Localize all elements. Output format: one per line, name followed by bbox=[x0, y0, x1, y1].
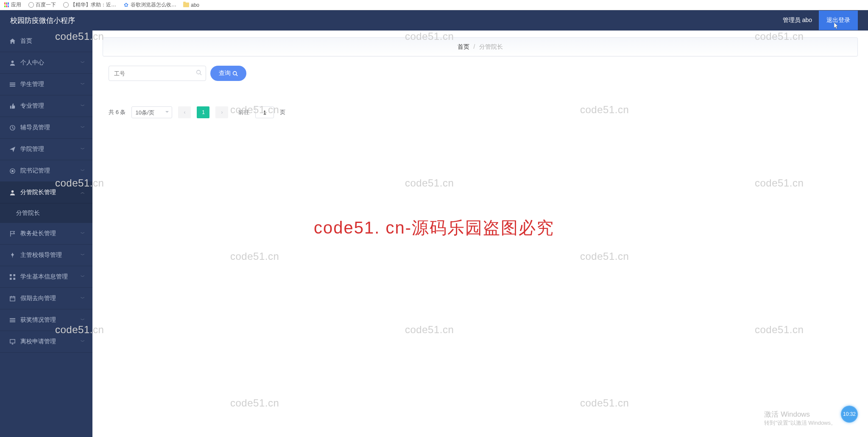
grid-icon bbox=[8, 274, 16, 280]
main-content: 首页 / 分管院长 查询 共 6 条 10条/页 ‹ 1 › 前往 bbox=[92, 31, 868, 437]
query-button[interactable]: 查询 bbox=[210, 66, 246, 81]
admin-label: 管理员 abo bbox=[783, 17, 812, 24]
bookmark-label: 【精华】求助：近… bbox=[70, 1, 116, 8]
sidebar-item-label: 获奖情况管理 bbox=[20, 316, 56, 324]
svg-rect-15 bbox=[9, 321, 15, 322]
svg-rect-16 bbox=[10, 339, 14, 342]
user-icon bbox=[8, 189, 16, 196]
bookmark-label: 百度一下 bbox=[36, 1, 56, 8]
apps-icon bbox=[3, 2, 9, 8]
next-page-button[interactable]: › bbox=[215, 106, 228, 118]
goto-page-input[interactable] bbox=[255, 106, 274, 118]
sidebar-item-awards[interactable]: 获奖情况管理 ﹀ bbox=[0, 309, 92, 331]
send-icon bbox=[8, 146, 16, 153]
bookmark-item[interactable]: 【精华】求助：近… bbox=[63, 1, 116, 8]
breadcrumb-home[interactable]: 首页 bbox=[458, 43, 469, 50]
sidebar-subitem-vice-dean[interactable]: 分管院长 bbox=[0, 203, 92, 223]
sidebar-item-secretary[interactable]: 院书记管理 ﹀ bbox=[0, 160, 92, 182]
chevron-down-icon: ﹀ bbox=[81, 81, 85, 87]
chevron-down-icon: ﹀ bbox=[81, 317, 85, 323]
sidebar-item-college[interactable]: 学院管理 ﹀ bbox=[0, 139, 92, 160]
folder-icon bbox=[183, 2, 189, 8]
bookmark-item[interactable]: 百度一下 bbox=[28, 1, 56, 8]
search-row: 查询 bbox=[103, 66, 858, 81]
chevron-up-icon: ︿ bbox=[81, 189, 85, 195]
chevron-down-icon: ﹀ bbox=[81, 168, 85, 174]
sidebar-item-label: 分管院长管理 bbox=[20, 189, 56, 196]
svg-point-18 bbox=[233, 71, 237, 75]
sidebar-item-label: 学生管理 bbox=[20, 81, 44, 88]
sidebar-item-profile[interactable]: 个人中心 ﹀ bbox=[0, 52, 92, 74]
sidebar-item-label: 离校申请管理 bbox=[20, 338, 56, 345]
breadcrumb-separator: / bbox=[474, 43, 475, 50]
thumb-icon bbox=[8, 103, 16, 109]
sidebar-item-label: 主管校领导管理 bbox=[20, 251, 62, 259]
page-size-select-wrap: 10条/页 bbox=[131, 106, 172, 118]
logout-button[interactable]: 退出登录 bbox=[819, 11, 858, 30]
chevron-down-icon: ﹀ bbox=[81, 231, 85, 237]
svg-rect-8 bbox=[9, 274, 11, 276]
page-size-select[interactable]: 10条/页 bbox=[131, 106, 172, 118]
page-number-button[interactable]: 1 bbox=[197, 106, 209, 118]
svg-point-7 bbox=[11, 190, 14, 192]
globe-icon bbox=[28, 2, 34, 8]
calendar-icon bbox=[8, 295, 16, 302]
svg-point-0 bbox=[11, 60, 14, 63]
svg-rect-10 bbox=[9, 278, 11, 280]
list-icon bbox=[8, 81, 16, 88]
sidebar-item-students[interactable]: 学生管理 ﹀ bbox=[0, 74, 92, 95]
user-icon bbox=[8, 60, 16, 66]
target-icon bbox=[8, 168, 16, 174]
sidebar-item-home[interactable]: 首页 bbox=[0, 31, 92, 52]
sidebar-item-student-info[interactable]: 学生基本信息管理 ﹀ bbox=[0, 266, 92, 288]
bookmark-label: 应用 bbox=[11, 1, 21, 8]
bookmark-label: abo bbox=[191, 2, 199, 8]
search-icon bbox=[232, 71, 238, 76]
chevron-down-icon: ﹀ bbox=[81, 60, 85, 66]
svg-rect-1 bbox=[9, 82, 15, 83]
bookmark-item[interactable]: ✿ 谷歌浏览器怎么收… bbox=[123, 1, 176, 8]
sidebar-item-major[interactable]: 专业管理 ﹀ bbox=[0, 95, 92, 117]
chevron-down-icon: ﹀ bbox=[81, 339, 85, 345]
search-icon bbox=[196, 70, 202, 75]
svg-rect-11 bbox=[13, 278, 15, 280]
sidebar-item-counselor[interactable]: 辅导员管理 ﹀ bbox=[0, 117, 92, 139]
sidebar-item-dean-office[interactable]: 教务处长管理 ﹀ bbox=[0, 223, 92, 245]
paw-icon: ✿ bbox=[123, 2, 129, 8]
browser-bookmarks-bar: 应用 百度一下 【精华】求助：近… ✿ 谷歌浏览器怎么收… abo bbox=[0, 0, 868, 10]
sidebar-item-leave[interactable]: 离校申请管理 ﹀ bbox=[0, 331, 92, 353]
sidebar-item-label: 假期去向管理 bbox=[20, 295, 56, 302]
cursor-icon bbox=[834, 22, 839, 29]
search-input-wrap bbox=[109, 66, 206, 81]
query-label: 查询 bbox=[219, 70, 231, 77]
sidebar-item-label: 专业管理 bbox=[20, 102, 44, 110]
svg-rect-12 bbox=[10, 296, 14, 301]
search-input[interactable] bbox=[109, 66, 206, 81]
sidebar-item-holiday[interactable]: 假期去向管理 ﹀ bbox=[0, 288, 92, 309]
activate-windows: 激活 Windows 转到"设置"以激活 Windows。 bbox=[764, 409, 836, 427]
bookmark-apps[interactable]: 应用 bbox=[3, 1, 21, 8]
sidebar-item-label: 学生基本信息管理 bbox=[20, 273, 68, 281]
sidebar-item-vice-dean[interactable]: 分管院长管理 ︿ bbox=[0, 182, 92, 203]
chevron-down-icon: ﹀ bbox=[81, 252, 85, 258]
pagination: 共 6 条 10条/页 ‹ 1 › 前往 页 bbox=[103, 106, 858, 130]
bookmark-item[interactable]: abo bbox=[183, 2, 199, 8]
app-title: 校园防疫微信小程序 bbox=[10, 16, 783, 25]
svg-rect-9 bbox=[13, 274, 15, 276]
activate-line1: 激活 Windows bbox=[764, 409, 836, 419]
svg-point-17 bbox=[197, 70, 201, 74]
sidebar-item-label: 院书记管理 bbox=[20, 167, 50, 175]
chevron-down-icon: ﹀ bbox=[81, 146, 85, 152]
home-icon bbox=[8, 38, 16, 45]
sidebar-item-school-leader[interactable]: 主管校领导管理 ﹀ bbox=[0, 245, 92, 266]
breadcrumb: 首页 / 分管院长 bbox=[458, 43, 503, 50]
chevron-down-icon: ﹀ bbox=[81, 103, 85, 109]
breadcrumb-card: 首页 / 分管院长 bbox=[103, 37, 858, 56]
clock-icon bbox=[8, 125, 16, 131]
chevron-down-icon: ﹀ bbox=[81, 274, 85, 280]
svg-rect-14 bbox=[9, 320, 15, 320]
sidebar-sub-label: 分管院长 bbox=[16, 209, 40, 216]
flag-icon bbox=[8, 231, 16, 237]
breadcrumb-current: 分管院长 bbox=[479, 43, 503, 50]
prev-page-button[interactable]: ‹ bbox=[178, 106, 191, 118]
